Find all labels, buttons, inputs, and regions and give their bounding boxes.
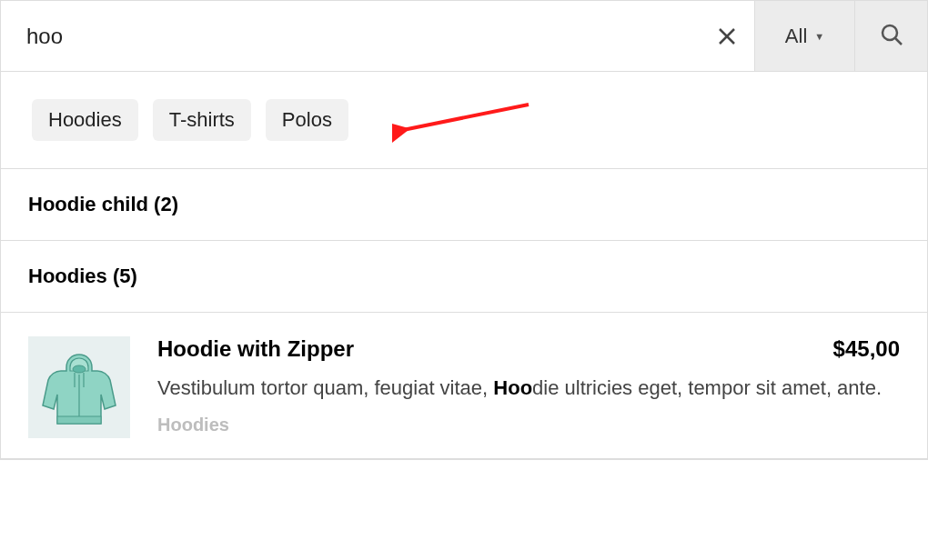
hoodie-icon [34,342,125,433]
chip-hoodies[interactable]: Hoodies [32,99,138,141]
svg-point-2 [883,25,897,40]
caret-down-icon: ▼ [814,31,824,42]
search-button[interactable] [854,1,927,71]
search-icon [879,22,904,51]
svg-point-5 [73,365,86,373]
chip-tshirts[interactable]: T-shirts [153,99,251,141]
close-icon [718,21,736,52]
clear-button[interactable] [700,1,754,71]
product-header: Hoodie with Zipper $45,00 [157,336,900,362]
category-result-hoodies[interactable]: Hoodies (5) [1,241,927,313]
category-result-hoodie-child[interactable]: Hoodie child (2) [1,169,927,241]
svg-rect-9 [57,416,101,424]
search-container: All ▼ Hoodies T-shirts Polos Hoodie chil [0,0,928,460]
product-category: Hoodies [157,415,900,435]
search-input[interactable] [1,1,700,71]
svg-line-4 [403,105,529,130]
search-bar: All ▼ [1,1,927,72]
chip-polos[interactable]: Polos [266,99,348,141]
product-description: Vestibulum tortor quam, feugiat vitae, H… [157,373,900,404]
annotation-arrow-icon [392,103,538,148]
suggestion-chips-row: Hoodies T-shirts Polos [1,72,927,169]
product-thumbnail [28,336,130,438]
product-title: Hoodie with Zipper [157,336,354,362]
filter-dropdown[interactable]: All ▼ [754,1,854,71]
svg-line-3 [895,38,902,45]
product-result[interactable]: Hoodie with Zipper $45,00 Vestibulum tor… [1,313,927,459]
filter-label: All [785,25,807,48]
product-price: $45,00 [833,336,900,362]
product-body: Hoodie with Zipper $45,00 Vestibulum tor… [157,336,900,438]
